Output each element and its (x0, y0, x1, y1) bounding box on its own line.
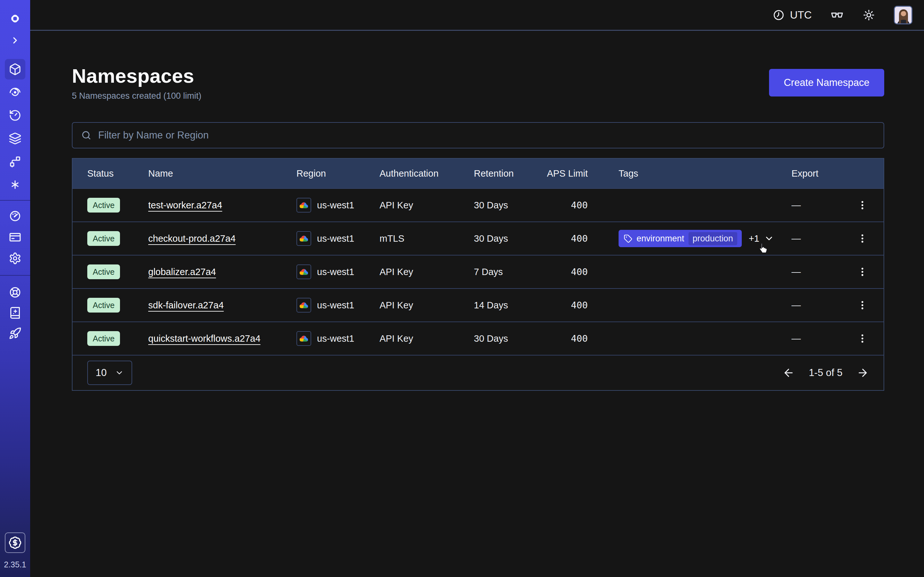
row-menu-kebab-icon[interactable] (857, 333, 868, 344)
gcp-icon (296, 298, 311, 313)
sidebar-item-getting-started[interactable] (5, 323, 25, 343)
sidebar: 2.35.1 (0, 0, 30, 577)
create-namespace-button[interactable]: Create Namespace (769, 69, 884, 97)
sun-icon (863, 9, 875, 21)
auth-label: API Key (365, 322, 459, 355)
retention-label: 30 Days (459, 322, 533, 355)
sidebar-item-namespaces[interactable] (5, 59, 25, 79)
sidebar-item-settings[interactable] (5, 248, 25, 269)
namespace-link[interactable]: quickstart-workflows.a27a4 (148, 334, 260, 344)
sidebar-divider (0, 200, 30, 201)
export-value: — (777, 189, 841, 221)
filter-input[interactable] (98, 129, 875, 141)
tag-chip[interactable]: environment production (619, 230, 742, 247)
region-label: us-west1 (317, 234, 354, 244)
workflow-branch-icon (9, 155, 21, 168)
auth-label: API Key (365, 255, 459, 288)
tag-key: environment (636, 234, 684, 243)
row-menu-kebab-icon[interactable] (857, 233, 868, 244)
main-content: Namespaces 5 Namespaces created (100 lim… (30, 32, 924, 577)
layers-icon (9, 132, 21, 145)
table-row: Active checkout-prod.a27a4 us-west1 mTLS… (73, 221, 884, 255)
sidebar-item-layers[interactable] (5, 128, 25, 149)
gcp-icon (296, 264, 311, 279)
tag-icon (624, 234, 632, 243)
page-title: Namespaces (72, 64, 202, 87)
sidebar-item-docs[interactable] (5, 303, 25, 323)
sidebar-divider (0, 275, 30, 276)
table-row: Active sdk-failover.a27a4 us-west1 API K… (73, 288, 884, 322)
export-value: — (777, 289, 841, 322)
region-label: us-west1 (317, 267, 354, 277)
table-row: Active quickstart-workflows.a27a4 us-wes… (73, 322, 884, 355)
app-version: 2.35.1 (4, 560, 26, 569)
previous-page-button[interactable] (782, 367, 795, 379)
tag-value: production (688, 232, 737, 245)
aps-value: 400 (533, 322, 604, 355)
namespace-link[interactable]: globalizer.a27a4 (148, 267, 216, 277)
search-icon (81, 130, 92, 141)
auth-label: API Key (365, 289, 459, 322)
auth-label: mTLS (365, 222, 459, 255)
tags-cell: environment production +1 (604, 222, 777, 255)
export-value: — (777, 322, 841, 355)
namespaces-table: Status Name Region Authentication Retent… (72, 158, 884, 391)
tags-cell (604, 189, 777, 221)
timezone-selector[interactable]: UTC (772, 9, 812, 21)
status-badge: Active (87, 231, 120, 246)
sidebar-item-workflows[interactable] (5, 151, 25, 172)
row-menu-kebab-icon[interactable] (857, 266, 868, 277)
row-menu-kebab-icon[interactable] (857, 300, 868, 311)
timezone-label: UTC (790, 9, 812, 21)
page-subtitle: 5 Namespaces created (100 limit) (72, 91, 202, 101)
sidebar-item-nexus[interactable] (5, 174, 25, 195)
user-avatar[interactable] (894, 6, 913, 24)
table-footer: 10 1-5 of 5 (73, 355, 884, 390)
sidebar-item-billing[interactable] (5, 227, 25, 247)
badge-dollar-icon (8, 536, 22, 550)
gear-icon (9, 252, 21, 265)
region-label: us-west1 (317, 200, 354, 211)
tags-cell (604, 289, 777, 322)
plan-billing-button[interactable] (5, 532, 25, 553)
retention-label: 14 Days (459, 289, 533, 322)
sidebar-nav-primary (5, 59, 25, 195)
namespace-link[interactable]: test-worker.a27a4 (148, 200, 222, 211)
col-authentication: Authentication (365, 159, 459, 188)
col-export: Export (777, 159, 841, 188)
namespace-link[interactable]: checkout-prod.a27a4 (148, 234, 236, 244)
sidebar-item-monitor[interactable] (5, 82, 25, 103)
status-badge: Active (87, 331, 120, 346)
sidebar-nav-help (5, 282, 25, 343)
retention-label: 30 Days (459, 222, 533, 255)
glasses-icon (830, 8, 844, 22)
rocket-icon (9, 327, 21, 340)
col-region: Region (282, 159, 365, 188)
sidebar-item-support[interactable] (5, 282, 25, 303)
pagination-range: 1-5 of 5 (809, 367, 843, 379)
next-page-button[interactable] (857, 367, 869, 379)
page-size-value: 10 (95, 367, 107, 379)
namespace-link[interactable]: sdk-failover.a27a4 (148, 300, 224, 311)
table-row: Active test-worker.a27a4 us-west1 API Ke… (73, 188, 884, 221)
page-size-select[interactable]: 10 (87, 361, 132, 385)
sidebar-bottom: 2.35.1 (4, 532, 26, 577)
tags-cell (604, 322, 777, 355)
sidebar-expand-button[interactable] (5, 33, 25, 47)
temporal-logo[interactable] (5, 8, 25, 29)
sidebar-item-usage[interactable] (5, 206, 25, 226)
aps-value: 400 (533, 189, 604, 221)
chevron-right-icon (10, 35, 20, 45)
region-label: us-west1 (317, 334, 354, 344)
life-buoy-icon (9, 286, 21, 299)
tag-expand-chevron-icon[interactable] (764, 234, 774, 243)
avatar-image (895, 7, 912, 24)
sidebar-nav-account (5, 206, 25, 269)
row-menu-kebab-icon[interactable] (857, 200, 868, 211)
labs-toggle-button[interactable] (830, 8, 844, 22)
sidebar-item-retention[interactable] (5, 105, 25, 126)
theme-toggle-button[interactable] (863, 9, 875, 21)
retention-label: 30 Days (459, 189, 533, 221)
gauge-icon (9, 210, 21, 222)
pagination: 1-5 of 5 (782, 367, 869, 379)
